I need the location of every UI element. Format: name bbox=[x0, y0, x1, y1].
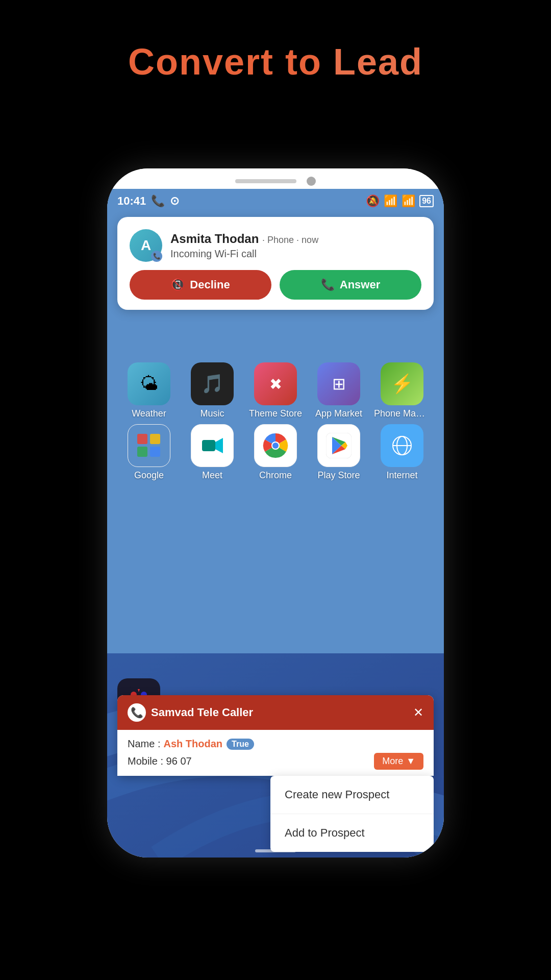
samvad-header: 📞 Samvad Tele Caller ✕ bbox=[117, 695, 434, 730]
name-value: Ash Thodan bbox=[163, 738, 222, 750]
signal-icon: 📶 bbox=[402, 194, 415, 208]
add-to-prospect-item[interactable]: Add to Prospect bbox=[270, 814, 434, 852]
weather-icon: 🌤 bbox=[128, 362, 170, 405]
samvad-title-row: 📞 Samvad Tele Caller bbox=[128, 703, 253, 722]
internet-label: Internet bbox=[374, 470, 430, 481]
app-playstore[interactable]: Play Store bbox=[311, 424, 367, 481]
svg-rect-2 bbox=[150, 434, 160, 444]
call-source: · Phone · now bbox=[262, 235, 318, 245]
caller-name: Asmita Thodan · Phone · now bbox=[170, 232, 421, 246]
status-bar: 10:41 📞 ⊙ 🔕 📶 📶 96 bbox=[107, 189, 444, 213]
avatar-badge: 📞 bbox=[151, 251, 162, 262]
mute-icon: 🔕 bbox=[366, 194, 380, 208]
app-row-2: Google Meet bbox=[117, 424, 434, 481]
call-icon: 📞 bbox=[151, 194, 165, 208]
notif-info: Asmita Thodan · Phone · now Incoming Wi-… bbox=[170, 232, 421, 260]
decline-icon: 📵 bbox=[171, 278, 185, 291]
app-internet[interactable]: Internet bbox=[374, 424, 430, 481]
samvad-close-button[interactable]: ✕ bbox=[413, 705, 423, 720]
decline-label: Decline bbox=[190, 278, 230, 291]
create-prospect-item[interactable]: Create new Prospect bbox=[270, 776, 434, 814]
title-part1: Convert to bbox=[128, 41, 322, 82]
status-left: 10:41 📞 ⊙ bbox=[117, 194, 179, 208]
meet-label: Meet bbox=[184, 470, 240, 481]
notif-actions: 📵 Decline 📞 Answer bbox=[130, 270, 421, 300]
samvad-mobile-row: Mobile : 96 07 More ▼ bbox=[128, 753, 423, 776]
app-music[interactable]: 🎵 Music bbox=[184, 362, 240, 419]
samvad-name-row: Name : Ash Thodan True bbox=[128, 738, 423, 750]
more-chevron-icon: ▼ bbox=[406, 756, 415, 767]
avatar-letter: A bbox=[141, 237, 151, 254]
notif-message: Incoming Wi-Fi call bbox=[170, 248, 421, 260]
title-part2: Lead bbox=[333, 41, 423, 82]
wifi-icon: 📶 bbox=[384, 194, 397, 208]
status-time: 10:41 bbox=[117, 194, 146, 208]
app-row-1: 🌤 Weather 🎵 Music ✖ Theme Store ⊞ App Ma… bbox=[117, 362, 434, 419]
chrome-icon bbox=[254, 424, 297, 467]
theme-label: Theme Store bbox=[247, 408, 304, 419]
app-themestore[interactable]: ✖ Theme Store bbox=[247, 362, 304, 419]
svg-rect-3 bbox=[137, 447, 147, 457]
svg-rect-4 bbox=[150, 447, 160, 457]
music-label: Music bbox=[184, 408, 240, 419]
mobile-value: 96 07 bbox=[166, 755, 192, 767]
phone-top-bar bbox=[107, 168, 444, 189]
app-appmarket[interactable]: ⊞ App Market bbox=[311, 362, 367, 419]
true-badge: True bbox=[227, 739, 254, 750]
app-meet[interactable]: Meet bbox=[184, 424, 240, 481]
playstore-icon bbox=[317, 424, 360, 467]
svg-rect-6 bbox=[202, 440, 215, 451]
samvad-dropdown: Create new Prospect Add to Prospect bbox=[270, 776, 434, 852]
answer-button[interactable]: 📞 Answer bbox=[280, 270, 421, 300]
weather-label: Weather bbox=[121, 408, 177, 419]
samvad-body: Name : Ash Thodan True Mobile : 96 07 bbox=[117, 730, 434, 776]
samvad-overlay: 📞 Samvad Tele Caller ✕ Name : Ash Thodan… bbox=[107, 695, 444, 776]
meet-icon bbox=[191, 424, 234, 467]
phonemanager-icon: ⚡ bbox=[381, 362, 423, 405]
svg-point-11 bbox=[272, 443, 279, 449]
phone-frame: 10:41 📞 ⊙ 🔕 📶 📶 96 A 📞 Asmita Tho bbox=[107, 168, 444, 857]
svg-rect-1 bbox=[137, 434, 147, 444]
more-label: More bbox=[382, 756, 403, 767]
app-grid: 🌤 Weather 🎵 Music ✖ Theme Store ⊞ App Ma… bbox=[107, 362, 444, 486]
theme-icon: ✖ bbox=[254, 362, 297, 405]
phonemanager-label: Phone Mana... bbox=[374, 408, 430, 419]
answer-label: Answer bbox=[340, 278, 380, 291]
samvad-app-name: Samvad Tele Caller bbox=[151, 706, 253, 719]
notif-header: A 📞 Asmita Thodan · Phone · now Incoming… bbox=[130, 229, 421, 262]
phone-screen: 10:41 📞 ⊙ 🔕 📶 📶 96 A 📞 Asmita Tho bbox=[107, 189, 444, 857]
playstore-label: Play Store bbox=[311, 470, 367, 481]
app-phonemanager[interactable]: ⚡ Phone Mana... bbox=[374, 362, 430, 419]
more-button[interactable]: More ▼ bbox=[374, 753, 423, 770]
google-icon bbox=[128, 424, 170, 467]
battery-indicator: 96 bbox=[419, 195, 434, 207]
phone-notch bbox=[235, 179, 296, 183]
status-right: 🔕 📶 📶 96 bbox=[366, 194, 434, 208]
page-title: Convert to Lead bbox=[0, 41, 551, 83]
market-icon: ⊞ bbox=[317, 362, 360, 405]
samvad-card: 📞 Samvad Tele Caller ✕ Name : Ash Thodan… bbox=[117, 695, 434, 776]
location-icon: ⊙ bbox=[170, 194, 179, 208]
decline-button[interactable]: 📵 Decline bbox=[130, 270, 271, 300]
phone-camera bbox=[307, 177, 316, 186]
google-label: Google bbox=[121, 470, 177, 481]
market-label: App Market bbox=[311, 408, 367, 419]
caller-avatar: A 📞 bbox=[130, 229, 162, 262]
app-weather[interactable]: 🌤 Weather bbox=[121, 362, 177, 419]
internet-icon bbox=[381, 424, 423, 467]
chrome-label: Chrome bbox=[247, 470, 304, 481]
answer-icon: 📞 bbox=[321, 278, 335, 291]
notification-card: A 📞 Asmita Thodan · Phone · now Incoming… bbox=[117, 217, 434, 310]
name-label: Name : bbox=[128, 738, 160, 750]
app-chrome[interactable]: Chrome bbox=[247, 424, 304, 481]
mobile-label: Mobile : 96 07 bbox=[128, 755, 192, 767]
app-google[interactable]: Google bbox=[121, 424, 177, 481]
samvad-logo: 📞 bbox=[128, 703, 146, 722]
music-icon: 🎵 bbox=[191, 362, 234, 405]
